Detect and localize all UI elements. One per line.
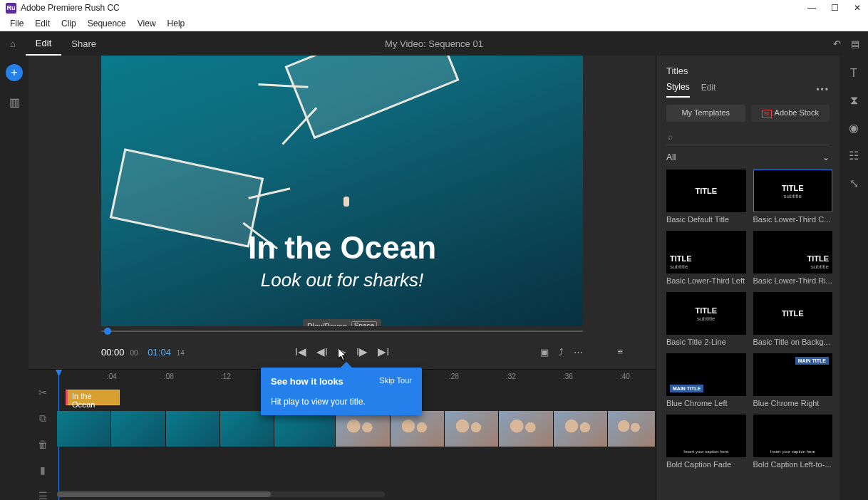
timecode-current: 00:00: [101, 347, 125, 358]
transport-controls: 00:00 00 01:04 14 I◀ ◀I ▶ I▶ ▶I ▣ ⤴ ⋯ ≡: [101, 339, 583, 365]
menu-help[interactable]: Help: [162, 19, 191, 28]
timecode-duration: 01:04: [148, 347, 171, 358]
next-clip-button[interactable]: ▶I: [378, 345, 389, 358]
tooltip-key: Space: [351, 321, 377, 326]
template-card[interactable]: MAIN TITLEBlue Chrome Left: [666, 353, 746, 407]
template-label: Basic Lower-Third C...: [753, 215, 833, 224]
window-minimize-button[interactable]: —: [807, 3, 817, 13]
right-rail: T ⧗ ◉ ☷ ⤡: [839, 56, 868, 500]
timecode-duration-frames: 14: [177, 349, 185, 357]
skip-tour-button[interactable]: Skip Tour: [379, 376, 412, 387]
source-adobe-stock[interactable]: StAdobe Stock: [751, 105, 830, 122]
template-thumb: TITLEsubtitle: [666, 231, 746, 274]
tour-popup: See how it looks Skip Tour Hit play to v…: [261, 368, 422, 415]
sequence-title: My Video: Sequence 01: [385, 38, 483, 49]
menu-sequence[interactable]: Sequence: [82, 19, 132, 28]
template-thumb: TITLEsubtitle: [666, 292, 746, 335]
scissors-icon[interactable]: ✂: [38, 387, 47, 398]
template-card[interactable]: Insert your caption hereBold Caption Fad…: [666, 415, 746, 469]
duplicate-icon[interactable]: ⧉: [39, 412, 46, 425]
tab-edit[interactable]: Edit: [26, 31, 61, 56]
clip-thumb[interactable]: [554, 411, 608, 447]
home-icon[interactable]: ⌂: [0, 38, 26, 49]
clip-thumb[interactable]: [220, 411, 274, 447]
window-close-button[interactable]: ✕: [852, 3, 862, 13]
tab-styles[interactable]: Styles: [666, 82, 690, 98]
ruler-tick: :40: [620, 373, 630, 380]
track-list-icon[interactable]: ☰: [38, 490, 48, 500]
menu-edit[interactable]: Edit: [29, 19, 56, 28]
template-card[interactable]: TITLEsubtitleBasic Lower-Third Ri...: [753, 231, 833, 285]
video-track[interactable]: [57, 411, 656, 447]
transform-tool-icon[interactable]: ⤡: [849, 177, 859, 190]
template-thumb: MAIN TITLE: [753, 353, 833, 396]
template-label: Blue Chrome Right: [753, 399, 833, 407]
ruler-tick: :32: [506, 373, 516, 380]
menu-view[interactable]: View: [132, 19, 162, 28]
play-button[interactable]: ▶: [338, 345, 346, 358]
panel-header: Titles: [656, 56, 839, 82]
step-back-button[interactable]: ◀I: [316, 345, 328, 358]
tour-heading: See how it looks: [271, 376, 343, 387]
template-card[interactable]: TITLEsubtitleBasic Title 2-Line: [666, 292, 746, 346]
timeline-options-icon[interactable]: ≡: [617, 346, 623, 357]
more-icon[interactable]: ⋯: [574, 347, 583, 358]
search-icon: ⌕: [668, 132, 673, 142]
template-label: Basic Title 2-Line: [666, 338, 746, 346]
tab-share[interactable]: Share: [61, 31, 106, 56]
menu-clip[interactable]: Clip: [56, 19, 82, 28]
clip-thumb[interactable]: [391, 411, 445, 447]
template-label: Basic Default Title: [666, 215, 746, 224]
search-input[interactable]: ⌕: [666, 129, 830, 145]
transitions-tool-icon[interactable]: ⧗: [850, 94, 858, 107]
scrubber-handle[interactable]: [104, 328, 111, 335]
source-my-templates[interactable]: My Templates: [666, 105, 745, 122]
project-panel-icon[interactable]: ▥: [9, 95, 20, 109]
filter-dropdown[interactable]: All ⌄: [666, 152, 830, 162]
export-icon[interactable]: ⤴: [559, 347, 564, 358]
scrubber[interactable]: [101, 326, 583, 335]
clip-thumb[interactable]: [166, 411, 220, 447]
clip-thumb[interactable]: [111, 411, 165, 447]
delete-icon[interactable]: 🗑: [38, 439, 48, 450]
clip-thumb[interactable]: [608, 411, 656, 447]
color-tool-icon[interactable]: ◉: [849, 121, 859, 135]
undo-icon[interactable]: ↶: [833, 38, 841, 49]
tour-body: Hit play to view your title.: [271, 397, 412, 407]
preview-subtitle-text: Look out for sharks!: [101, 269, 583, 291]
clip-thumb[interactable]: [274, 411, 336, 447]
source-stock-label: Adobe Stock: [775, 108, 819, 117]
window-maximize-button[interactable]: ☐: [830, 3, 839, 13]
clip-thumb[interactable]: [499, 411, 553, 447]
play-tooltip: Play/Pause Space: [303, 319, 381, 326]
app-title: Adobe Premiere Rush CC: [21, 3, 120, 13]
templates-grid: TITLEBasic Default TitleTITLEsubtitleBas…: [656, 167, 839, 500]
clip-thumb[interactable]: [336, 411, 390, 447]
titles-tool-icon[interactable]: T: [850, 67, 857, 80]
clip-thumb[interactable]: [445, 411, 499, 447]
title-clip[interactable]: In the Ocean: [66, 390, 120, 405]
fullscreen-icon[interactable]: ▣: [540, 347, 549, 358]
template-card[interactable]: TITLEsubtitleBasic Lower-Third Left: [666, 231, 746, 285]
video-preview[interactable]: In the Ocean Look out for sharks! Play/P…: [101, 56, 583, 326]
template-card[interactable]: MAIN TITLEBlue Chrome Right: [753, 353, 833, 407]
panel-more-icon[interactable]: •••: [816, 85, 830, 95]
template-card[interactable]: TITLEBasic Title on Backg...: [753, 292, 833, 346]
speed-tool-icon[interactable]: ☷: [849, 149, 859, 162]
menu-bar: File Edit Clip Sequence View Help: [0, 16, 868, 31]
template-card[interactable]: TITLEBasic Default Title: [666, 170, 746, 224]
marker-icon[interactable]: ▮: [40, 464, 46, 476]
clip-thumb[interactable]: [57, 411, 111, 447]
stock-logo-icon: St: [762, 110, 772, 118]
ruler-tick: :28: [449, 373, 459, 380]
tab-edit-title[interactable]: Edit: [701, 83, 716, 97]
prev-clip-button[interactable]: I◀: [295, 345, 306, 358]
comments-icon[interactable]: ▤: [851, 38, 859, 49]
menu-file[interactable]: File: [4, 19, 29, 28]
template-card[interactable]: TITLEsubtitleBasic Lower-Third C...: [753, 170, 833, 224]
timeline-scrollbar[interactable]: [57, 491, 385, 497]
template-label: Bold Caption Fade: [666, 460, 746, 469]
template-card[interactable]: Insert your caption hereBold Caption Lef…: [753, 415, 833, 469]
add-media-button[interactable]: +: [6, 64, 23, 81]
step-forward-button[interactable]: I▶: [356, 345, 368, 358]
